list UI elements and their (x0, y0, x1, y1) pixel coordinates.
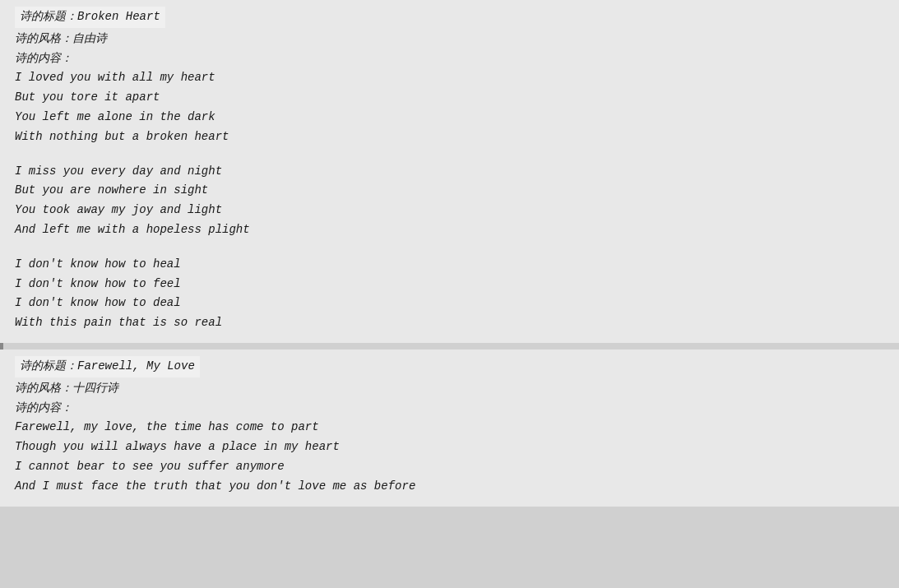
left-border (0, 343, 3, 350)
poem1-line-3: You left me alone in the dark (15, 108, 884, 127)
poem1-content-label: 诗的内容： (15, 49, 884, 69)
poem1-line-8: And left me with a hopeless plight (15, 220, 884, 240)
poem1-line-4: With nothing but a broken heart (15, 127, 884, 147)
poem-block-1: 诗的标题：Broken Heart 诗的风格：自由诗 诗的内容： I loved… (0, 0, 899, 343)
poem1-line-1: I loved you with all my heart (15, 68, 884, 88)
poem1-title: 诗的标题：Broken Heart (15, 7, 165, 28)
poem1-line-5: I miss you every day and night (15, 162, 884, 182)
poem1-style: 诗的风格：自由诗 (15, 30, 884, 49)
poem1-line-11: I don't know how to deal (15, 294, 884, 313)
section-divider (0, 343, 899, 350)
poem2-title: 诗的标题：Farewell, My Love (15, 356, 200, 377)
poem2-content-label: 诗的内容： (15, 399, 884, 419)
poem2-line-4: And I must face the truth that you don't… (15, 477, 884, 497)
page-container: 诗的标题：Broken Heart 诗的风格：自由诗 诗的内容： I loved… (0, 0, 899, 588)
poem1-line-9: I don't know how to heal (15, 255, 884, 275)
poem2-line-1: Farewell, my love, the time has come to … (15, 418, 884, 438)
poem2-line-2: Though you will always have a place in m… (15, 438, 884, 457)
poem2-style: 诗的风格：十四行诗 (15, 379, 884, 399)
poem-block-2: 诗的标题：Farewell, My Love 诗的风格：十四行诗 诗的内容： F… (0, 350, 899, 507)
poem1-line-10: I don't know how to feel (15, 275, 884, 294)
poem2-line-3: I cannot bear to see you suffer anymore (15, 457, 884, 477)
poem1-blank-2 (15, 240, 884, 255)
poem1-blank-1 (15, 147, 884, 162)
poem1-line-2: But you tore it apart (15, 88, 884, 108)
poem1-line-12: With this pain that is so real (15, 313, 884, 333)
poem1-line-6: But you are nowhere in sight (15, 181, 884, 201)
poem1-line-7: You took away my joy and light (15, 201, 884, 220)
